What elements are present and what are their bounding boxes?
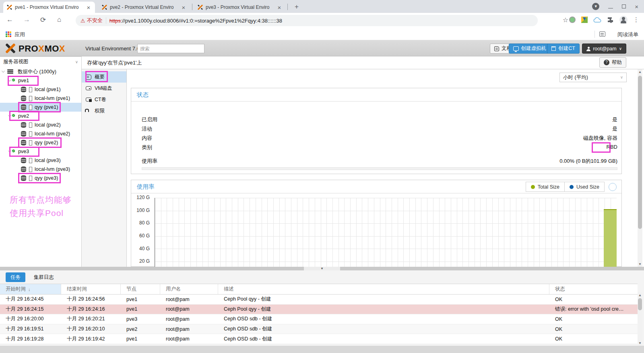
bookmark-star-icon[interactable]: ☆ [563, 16, 568, 24]
home-icon[interactable]: ⌂ [57, 16, 61, 24]
task-row[interactable]: 十月 29 16:20:00 十月 29 16:20:21 pve3 root@… [0, 314, 638, 324]
window-close-button[interactable]: × [635, 3, 638, 10]
tasks-panel: 任务 集群日志 开始时间↓ 结束时间 节点 用户名 描述 状态 十月 29 16… [0, 270, 644, 353]
column-node[interactable]: 节点 [121, 284, 160, 294]
puzzle-icon[interactable] [607, 17, 614, 23]
browser-tab-pve2[interactable]: pve2 - Proxmox Virtual Enviro × [98, 2, 190, 13]
usage-progressbar [142, 167, 617, 170]
column-end-time[interactable]: 结束时间 [61, 284, 121, 294]
tree-item-local-lvm-pve3[interactable]: local-lvm (pve3) [0, 165, 81, 174]
tab-label: 任务 [10, 274, 21, 281]
drive-icon [29, 96, 32, 101]
scrollbar-thumb[interactable] [638, 76, 642, 229]
back-icon[interactable]: ← [6, 16, 13, 24]
download-extension-icon[interactable] [581, 17, 588, 23]
cell-start-time: 十月 29 16:24:45 [0, 295, 61, 304]
task-row[interactable]: 十月 29 16:19:51 十月 29 16:20:10 pve2 root@… [0, 324, 638, 334]
tree-item-local-pve2[interactable]: local (pve2) [0, 120, 81, 129]
menu-dots-icon[interactable]: ⋮ [633, 16, 639, 23]
status-value: 磁盘映像, 容器 [583, 135, 617, 142]
column-description[interactable]: 描述 [218, 284, 549, 294]
task-row[interactable]: 十月 29 16:19:28 十月 29 16:19:42 pve1 root@… [0, 334, 638, 344]
tree-item-pve1[interactable]: ✓ pve1 [0, 76, 81, 85]
menu-item-summary[interactable]: 概要 [82, 71, 126, 83]
task-table-header: 开始时间↓ 结束时间 节点 用户名 描述 状态 [0, 284, 638, 295]
create-vm-label: 创建虚拟机 [521, 45, 547, 52]
search-input[interactable] [137, 44, 204, 53]
apps-shortcut[interactable]: 应用 [14, 31, 25, 38]
tree-label: 数据中心 (1000y) [18, 69, 56, 75]
task-row-error[interactable]: 十月 29 16:24:15 十月 29 16:24:16 pve1 root@… [0, 305, 638, 315]
help-button[interactable]: ? 帮助 [599, 57, 626, 68]
new-tab-button[interactable]: + [292, 2, 301, 12]
expand-arrow-icon[interactable] [8, 149, 11, 152]
tree-item-pve2[interactable]: ✓ pve2 [0, 112, 81, 120]
expand-arrow-icon[interactable] [8, 78, 11, 81]
splitter-collapse-handle[interactable]: ▼ [304, 267, 340, 270]
menu-item-ct-volumes[interactable]: CT卷 [82, 94, 126, 105]
create-vm-button[interactable]: 创建虚拟机 [509, 44, 551, 54]
scroll-up-icon[interactable]: ▲ [638, 70, 642, 74]
content-scrollbar[interactable]: ▲ ▼ [638, 69, 642, 267]
legend-total-size[interactable]: Total Size [526, 182, 565, 192]
scrollbar-thumb[interactable] [638, 298, 642, 310]
reading-list-icon[interactable] [599, 31, 605, 37]
browser-tab-pve1[interactable]: pve1 - Proxmox Virtual Enviro × [3, 2, 95, 13]
tab-cluster-log[interactable]: 集群日志 [29, 272, 59, 282]
browser-tab-pve3[interactable]: pve3 - Proxmox Virtual Enviro × [194, 2, 286, 13]
tree-item-local-pve1[interactable]: local (pve1) [0, 85, 81, 94]
task-table-scrollbar[interactable]: ▲ ▼ [638, 293, 642, 346]
user-menu-button[interactable]: root@pam ∨ [582, 44, 626, 54]
insecure-label[interactable]: 不安全 [87, 17, 103, 24]
extension-green-dot-icon[interactable] [569, 17, 576, 23]
menu-item-vm-disks[interactable]: VM磁盘 [82, 83, 126, 94]
view-selector-dropdown[interactable]: 服务器视图 ∨ [0, 56, 82, 67]
scroll-up-icon[interactable]: ▲ [638, 293, 642, 297]
chart-undo-zoom-button[interactable] [609, 183, 617, 191]
tab-close-icon[interactable]: × [276, 4, 283, 11]
scroll-down-icon[interactable]: ▼ [638, 262, 642, 266]
column-start-time[interactable]: 开始时间↓ [0, 284, 61, 294]
proxmox-brand: PROXMOX [19, 44, 65, 54]
usage-chart-plot[interactable] [155, 198, 617, 267]
tree-item-local-pve3[interactable]: local (pve3) [0, 156, 81, 165]
reload-icon[interactable]: ⟳ [40, 16, 46, 24]
forward-icon[interactable]: → [23, 16, 30, 24]
cell-username: root@pam [160, 334, 218, 344]
tree-item-qyy-pve3[interactable]: qyy (pve3) [0, 174, 81, 183]
tree-label: pve2 [18, 113, 29, 119]
column-username[interactable]: 用户名 [160, 284, 218, 294]
scroll-down-icon[interactable]: ▼ [638, 341, 642, 345]
legend-label: Total Size [538, 184, 559, 190]
tree-item-local-lvm-pve2[interactable]: local-lvm (pve2) [0, 129, 81, 138]
create-ct-button[interactable]: 创建CT [547, 44, 580, 54]
task-row[interactable]: 十月 29 16:24:45 十月 29 16:24:56 pve1 root@… [0, 295, 638, 305]
cloud-extension-icon[interactable] [593, 17, 601, 23]
status-label: 已启用 [142, 116, 157, 123]
tab-close-icon[interactable]: × [85, 4, 92, 11]
status-panel-title: 状态 [131, 88, 621, 102]
tree-item-qyy-pve1[interactable]: qyy (pve1) [0, 103, 81, 112]
tab-close-icon[interactable]: × [180, 4, 187, 11]
avatar-icon[interactable] [619, 16, 627, 24]
legend-used-size[interactable]: Used Size [565, 182, 605, 192]
tree-item-qyy-pve2[interactable]: qyy (pve2) [0, 138, 81, 147]
maximize-button[interactable] [622, 4, 626, 8]
time-range-dropdown[interactable]: 小时 (平均) ∨ [559, 73, 627, 82]
tree-item-pve3[interactable]: ✓ pve3 [0, 147, 81, 156]
tree-item-datacenter[interactable]: 数据中心 (1000y) [0, 67, 81, 76]
address-bar[interactable]: ⚠ 不安全 https ://pve1.1000y.cloud:8006/#v1… [76, 15, 538, 26]
panel-splitter[interactable]: ▼ [0, 267, 644, 270]
browser-update-icon[interactable]: ▾ [592, 3, 599, 10]
menu-item-permissions[interactable]: 权限 [82, 105, 126, 116]
column-status[interactable]: 状态 [549, 284, 638, 294]
minimize-button[interactable] [608, 8, 613, 8]
reading-list-button[interactable]: 阅读清单 [617, 31, 638, 38]
apps-grid-icon[interactable] [6, 31, 11, 37]
expand-arrow-icon[interactable] [2, 69, 5, 73]
tree-item-local-lvm-pve1[interactable]: local-lvm (pve1) [0, 94, 81, 103]
expand-arrow-icon[interactable] [8, 114, 11, 117]
column-label: 节点 [126, 286, 136, 293]
hdd-cube-icon [86, 98, 91, 102]
tab-tasks[interactable]: 任务 [6, 272, 25, 282]
